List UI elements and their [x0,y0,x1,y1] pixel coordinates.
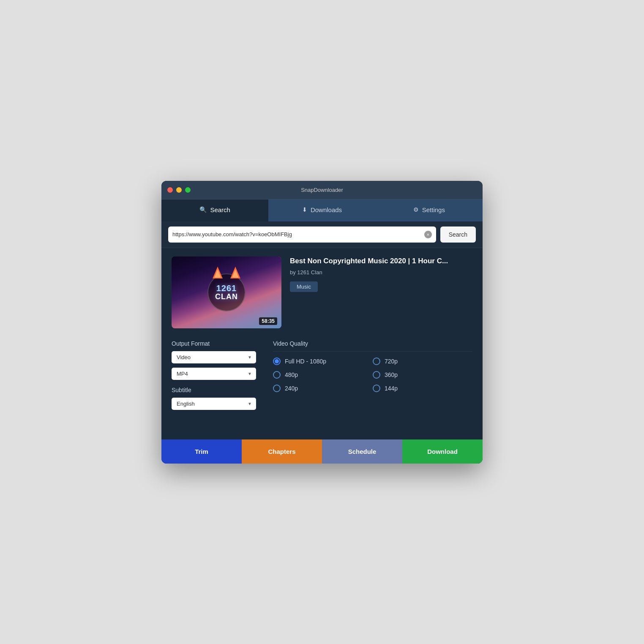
output-format-label: Output Format [172,340,256,347]
subtitle-select-wrapper: English None Spanish French ▼ [172,398,256,410]
titlebar: SnapDownloader [161,181,483,199]
nav-tabs: 🔍 Search ⬇ Downloads ⚙ Settings [161,199,483,221]
schedule-button[interactable]: Schedule [322,439,402,464]
logo-number: 1261 [215,284,238,293]
radio-720p[interactable] [373,357,380,365]
logo-text: 1261 CLAN [215,284,238,301]
ear-left-inner-icon [214,269,221,278]
clear-button[interactable]: × [424,231,432,238]
url-input[interactable] [172,231,424,237]
downloads-tab-icon: ⬇ [302,206,307,213]
video-title: Best Non Copyrighted Music 2020 | 1 Hour… [290,257,472,266]
content-area: 1261 CLAN 58:35 Best Non Copyrighted Mus… [161,248,483,423]
search-bar: × Search [161,221,483,248]
quality-label-1080p: Full HD - 1080p [285,358,326,365]
quality-label-720p: 720p [385,358,398,365]
video-preview: 1261 CLAN 58:35 Best Non Copyrighted Mus… [172,257,472,328]
app-window: SnapDownloader 🔍 Search ⬇ Downloads ⚙ Se… [161,181,483,464]
quality-option-144p[interactable]: 144p [373,385,472,392]
clear-icon: × [426,232,429,237]
search-tab-label: Search [210,206,230,213]
radio-240p[interactable] [273,385,281,392]
quality-label-360p: 360p [385,371,398,378]
chapters-button[interactable]: Chapters [242,439,322,464]
quality-option-720p[interactable]: 720p [373,357,472,365]
video-info: Best Non Copyrighted Music 2020 | 1 Hour… [290,257,472,328]
logo-circle: 1261 CLAN [207,273,246,311]
format-select-wrapper: Video Audio MP3 ▼ [172,351,256,363]
quality-label-480p: 480p [285,371,298,378]
left-options: Output Format Video Audio MP3 ▼ MP4 MKV … [172,340,256,414]
video-duration: 58:35 [259,317,277,325]
quality-grid: Full HD - 1080p 720p 480p 360p [273,357,472,392]
radio-360p[interactable] [373,371,380,379]
radio-480p[interactable] [273,371,281,379]
maximize-button[interactable] [185,187,191,193]
settings-tab-label: Settings [422,206,445,213]
video-tag: Music [290,281,318,292]
quality-label-240p: 240p [285,385,298,392]
search-tab-icon: 🔍 [199,206,207,213]
video-author: by 1261 Clan [290,269,472,276]
right-options: Video Quality Full HD - 1080p 720p 480p [273,340,472,414]
codec-select[interactable]: MP4 MKV MOV AVI [172,368,256,380]
search-button[interactable]: Search [440,226,476,243]
tab-downloads[interactable]: ⬇ Downloads [268,199,375,221]
action-bar: Trim Chapters Schedule Download [161,439,483,464]
downloads-tab-label: Downloads [311,206,342,213]
quality-option-1080p[interactable]: Full HD - 1080p [273,357,373,365]
tab-settings[interactable]: ⚙ Settings [376,199,483,221]
radio-144p[interactable] [373,385,380,392]
url-input-wrapper: × [168,226,436,243]
close-button[interactable] [167,187,173,193]
ear-right-inner-icon [232,269,239,278]
video-thumbnail: 1261 CLAN 58:35 [172,257,281,328]
radio-1080p[interactable] [273,357,281,365]
channel-logo: 1261 CLAN [207,273,246,311]
options-section: Output Format Video Audio MP3 ▼ MP4 MKV … [172,340,472,414]
subtitle-select[interactable]: English None Spanish French [172,398,256,410]
minimize-button[interactable] [176,187,182,193]
trim-button[interactable]: Trim [161,439,242,464]
codec-select-wrapper: MP4 MKV MOV AVI ▼ [172,368,256,380]
quality-label: Video Quality [273,340,472,352]
subtitle-label: Subtitle [172,387,256,393]
quality-option-480p[interactable]: 480p [273,371,373,379]
download-button[interactable]: Download [402,439,483,464]
quality-label-144p: 144p [385,385,398,392]
tab-search[interactable]: 🔍 Search [161,199,268,221]
quality-option-240p[interactable]: 240p [273,385,373,392]
format-select[interactable]: Video Audio MP3 [172,351,256,363]
window-controls [167,187,191,193]
app-title: SnapDownloader [301,187,343,193]
settings-tab-icon: ⚙ [413,206,419,213]
quality-option-360p[interactable]: 360p [373,371,472,379]
logo-clan: CLAN [215,293,238,301]
